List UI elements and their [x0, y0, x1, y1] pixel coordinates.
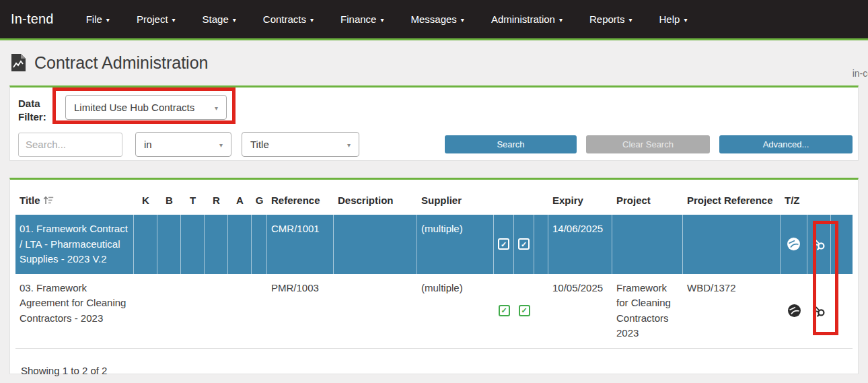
column-header-k[interactable]: K — [134, 195, 157, 206]
column-header-project-reference[interactable]: Project Reference — [683, 195, 781, 206]
filter-panel: Data Filter: Limited Use Hub Contracts i… — [9, 85, 859, 161]
checkbox-checked-icon[interactable] — [519, 305, 530, 316]
cell-supplier: (multiple) — [417, 215, 494, 274]
cell-description — [334, 274, 417, 348]
cell-t — [181, 215, 205, 274]
search-field-dropdown[interactable]: Title — [242, 132, 359, 157]
cell-project-reference — [683, 215, 781, 274]
cell-description — [334, 215, 417, 274]
column-header-b[interactable]: B — [157, 195, 181, 206]
cell-supplier-flag-1 — [494, 215, 514, 274]
nav-item-stage[interactable]: Stage — [203, 13, 236, 25]
chevron-down-icon — [347, 142, 351, 149]
nav-item-label: Stage — [203, 13, 229, 25]
table-footer-count: Showing 1 to 2 of 2 — [15, 349, 853, 376]
cell-b — [157, 274, 181, 348]
data-filter-selected-value: Limited Use Hub Contracts — [74, 102, 194, 113]
column-header-tz[interactable]: T/Z — [781, 195, 807, 206]
chevron-down-icon — [215, 105, 218, 112]
column-header-description[interactable]: Description — [334, 195, 417, 206]
nav-item-project[interactable]: Project — [137, 13, 176, 25]
cell-project — [612, 215, 683, 274]
contract-circle-icon[interactable] — [781, 274, 807, 348]
nav-item-label: Project — [137, 13, 168, 25]
search-operator-value: in — [144, 139, 152, 150]
nav-item-label: Administration — [491, 13, 555, 25]
table-row-contract-2[interactable]: 03. Framework Agreement for Cleaning Con… — [15, 274, 853, 349]
nav-item-label: Finance — [340, 13, 376, 25]
search-input[interactable] — [18, 133, 122, 157]
search-button[interactable]: Search — [445, 135, 577, 153]
chevron-down-icon — [233, 17, 236, 24]
chevron-down-icon — [310, 17, 314, 24]
column-header-project[interactable]: Project — [612, 195, 683, 206]
cell-reference: CMR/1001 — [267, 215, 334, 274]
cell-a — [228, 215, 252, 274]
nav-item-reports[interactable]: Reports — [589, 13, 632, 25]
cell-supplier-flag-2 — [514, 215, 534, 274]
cell-t — [181, 274, 205, 348]
cell-project-reference: WBD/1372 — [683, 274, 781, 348]
cell-b — [157, 215, 181, 274]
checkbox-checked-icon[interactable] — [498, 238, 509, 250]
chevron-down-icon — [172, 17, 176, 24]
chevron-down-icon — [219, 142, 223, 149]
column-header-a[interactable]: A — [228, 195, 252, 206]
cell-spacer — [534, 215, 548, 274]
cell-k — [134, 215, 157, 274]
nav-item-label: Help — [659, 13, 680, 25]
data-filter-dropdown[interactable]: Limited Use Hub Contracts — [65, 95, 227, 120]
search-operator-dropdown[interactable]: in — [135, 132, 231, 157]
hub-icon[interactable] — [807, 274, 831, 348]
column-header-r[interactable]: R — [205, 195, 228, 206]
chevron-down-icon — [684, 17, 687, 24]
page-header: Contract Administration in-co — [0, 40, 868, 85]
sort-icon — [42, 195, 54, 205]
column-header-reference[interactable]: Reference — [267, 195, 334, 206]
chevron-down-icon — [380, 17, 384, 24]
data-filter-label: Data Filter: — [18, 95, 65, 123]
chevron-down-icon — [559, 17, 563, 24]
nav-item-administration[interactable]: Administration — [491, 13, 563, 25]
cell-g — [252, 215, 267, 274]
column-header-supplier[interactable]: Supplier — [417, 195, 494, 206]
nav-menu: File Project Stage Contracts Finance Mes… — [86, 13, 688, 25]
cell-a — [228, 274, 252, 348]
nav-item-contracts[interactable]: Contracts — [263, 13, 314, 25]
nav-item-finance[interactable]: Finance — [340, 13, 384, 25]
nav-item-file[interactable]: File — [86, 13, 110, 25]
cell-title: 03. Framework Agreement for Cleaning Con… — [15, 274, 134, 348]
top-nav-bar: In-tend File Project Stage Contracts Fin… — [0, 0, 868, 38]
cell-title: 01. Framework Contract / LTA - Pharmaceu… — [15, 215, 134, 274]
cell-supplier: (multiple) — [417, 274, 494, 348]
cell-k — [134, 274, 157, 348]
checkbox-checked-icon[interactable] — [499, 305, 510, 316]
clear-search-button[interactable]: Clear Search — [586, 135, 710, 153]
checkbox-checked-icon[interactable] — [518, 238, 530, 250]
column-header-label: Title — [20, 195, 40, 206]
cell-supplier-flag-2 — [514, 274, 534, 348]
cell-supplier-flag-1 — [494, 274, 514, 348]
nav-item-label: Reports — [589, 13, 625, 25]
column-header-g[interactable]: G — [252, 195, 267, 206]
column-header-t[interactable]: T — [181, 195, 205, 206]
table-row-contract-1[interactable]: 01. Framework Contract / LTA - Pharmaceu… — [15, 215, 853, 274]
contracts-table-panel: Title K B T R A G Reference Description … — [9, 178, 859, 374]
cell-spacer — [534, 274, 548, 348]
nav-item-label: Messages — [410, 13, 456, 25]
cell-r — [205, 274, 228, 348]
app-logo[interactable]: In-tend — [11, 11, 54, 27]
cell-g — [252, 274, 267, 348]
cell-r — [205, 215, 228, 274]
column-header-expiry[interactable]: Expiry — [548, 195, 612, 206]
nav-item-label: Contracts — [263, 13, 306, 25]
nav-item-help[interactable]: Help — [659, 13, 688, 25]
nav-item-messages[interactable]: Messages — [410, 13, 464, 25]
advanced-search-button[interactable]: Advanced... — [719, 135, 853, 153]
cell-expiry: 14/06/2025 — [548, 215, 612, 274]
column-header-title[interactable]: Title — [15, 195, 134, 206]
hub-icon[interactable] — [807, 215, 831, 274]
nav-item-label: File — [86, 13, 102, 25]
contract-circle-icon[interactable] — [781, 215, 807, 274]
table-header-row: Title K B T R A G Reference Description … — [15, 185, 853, 215]
